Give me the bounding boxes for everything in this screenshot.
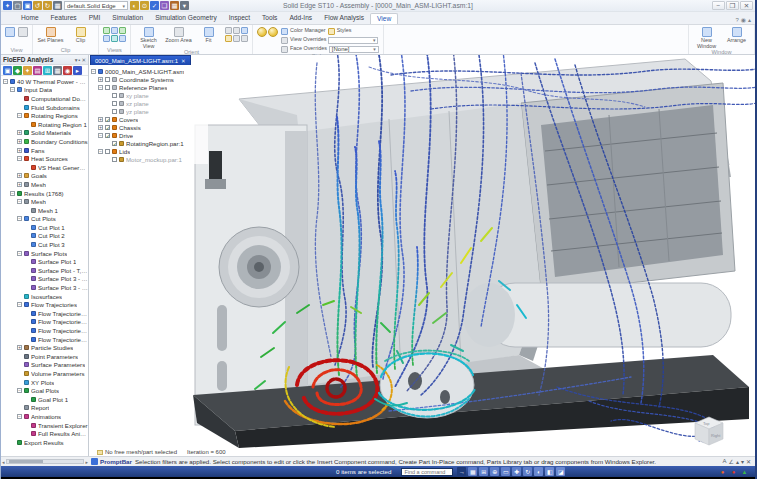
new-window-button[interactable]: New Window <box>693 27 720 49</box>
styles-label[interactable]: Styles <box>337 28 352 34</box>
update-tray-icon[interactable]: ● <box>729 467 738 476</box>
pathfinder-item[interactable]: ✓RotatingRegion.par:1 <box>91 139 207 147</box>
collapse-icon[interactable]: − <box>10 191 15 196</box>
tree-item[interactable]: +Mesh <box>3 180 88 189</box>
tree-item[interactable]: Surface Parameters <box>3 361 88 370</box>
scroll-down-icon[interactable]: ▾ <box>741 458 744 465</box>
select-filter-icon[interactable]: ▦ <box>468 467 477 476</box>
shaded-view-icon[interactable]: ◐ <box>534 467 543 476</box>
tree-item[interactable]: −Input Data <box>3 86 88 95</box>
tree-item[interactable]: Flow Trajectories 1 <box>3 309 88 318</box>
expand-icon[interactable]: + <box>17 182 22 187</box>
new-document-icon[interactable]: ▢ <box>13 1 22 10</box>
iso-view-icon[interactable] <box>119 27 126 34</box>
collapse-icon[interactable]: − <box>3 79 8 84</box>
collapse-ribbon-icon[interactable]: ▴ <box>748 16 751 23</box>
pathfinder-item[interactable]: xz plane <box>91 99 207 107</box>
flow-toolbar-icon-3[interactable]: ✦ <box>23 66 32 75</box>
front-view-icon[interactable] <box>111 27 118 34</box>
check-icon[interactable]: ✓ <box>150 1 159 10</box>
view-overrides-dropdown[interactable]: ▾ <box>328 37 378 44</box>
tree-item[interactable]: −Animations <box>3 412 88 421</box>
tree-item[interactable]: −Mesh <box>3 197 88 206</box>
pathfinder-item[interactable]: Motor_mockup.par:1 <box>91 155 207 163</box>
checkbox[interactable] <box>112 101 117 106</box>
checkbox[interactable]: ✓ <box>112 141 117 146</box>
checkbox[interactable]: ✓ <box>105 133 110 138</box>
undo-icon[interactable]: ↺ <box>33 1 42 10</box>
checkbox[interactable] <box>112 93 117 98</box>
tree-item[interactable]: Flow Trajectories 2 <box>3 318 88 327</box>
save-icon[interactable]: ▣ <box>23 1 32 10</box>
tree-item[interactable]: Export Results <box>3 438 88 447</box>
pathfinder-item[interactable]: −0000_Main_ASM-LIGHT.asm <box>91 67 207 75</box>
expand-icon[interactable]: + <box>17 148 22 153</box>
top-view-icon[interactable] <box>103 35 110 42</box>
tree-item[interactable]: Mesh 1 <box>3 206 88 215</box>
panel-close-icon[interactable]: ✕ <box>81 57 86 63</box>
flow-toolbar-icon-2[interactable]: ◆ <box>13 66 22 75</box>
expand-icon[interactable]: + <box>98 77 103 82</box>
named-view-icon[interactable] <box>119 35 126 42</box>
tree-item[interactable]: Report <box>3 404 88 413</box>
display-icon[interactable] <box>18 27 28 37</box>
grid-icon[interactable]: ▦ <box>170 1 179 10</box>
shaded-edges-style-icon[interactable] <box>268 27 278 37</box>
fit-view-icon[interactable]: ▭ <box>501 467 510 476</box>
tree-item[interactable]: +Goals <box>3 172 88 181</box>
color-manager-label[interactable]: Color Manager <box>290 28 326 34</box>
tree-item[interactable]: Cut Plot 3 <box>3 240 88 249</box>
tree-item[interactable]: XY Plots <box>3 378 88 387</box>
tree-item[interactable]: −Rotating Regions <box>3 111 88 120</box>
network-tray-icon[interactable]: ▲ <box>740 467 749 476</box>
panel-menu-icon[interactable]: ▾ <box>75 57 78 63</box>
tree-item[interactable]: Cut Plot 2 <box>3 232 88 241</box>
tree-item[interactable]: VS Heat Generation Rate 1 <box>3 163 88 172</box>
rotate-icon[interactable]: ↻ <box>523 467 532 476</box>
collapse-icon[interactable]: − <box>17 414 22 419</box>
pathfinder-item[interactable]: +✓Chassis <box>91 123 207 131</box>
layers-icon[interactable]: ❏ <box>160 1 169 10</box>
expand-icon[interactable]: + <box>98 125 103 130</box>
expand-icon[interactable]: + <box>17 173 22 178</box>
tree-item[interactable]: −Heat Sources <box>3 154 88 163</box>
tab-features[interactable]: Features <box>45 13 83 24</box>
tree-item[interactable]: +Boundary Conditions <box>3 137 88 146</box>
collapse-icon[interactable]: − <box>17 216 22 221</box>
view-cube[interactable]: Top Right <box>695 417 723 445</box>
run-command-icon[interactable]: → <box>457 467 466 476</box>
theme-icon[interactable]: ◐ <box>130 1 139 10</box>
flow-toolbar-icon-6[interactable]: ▦ <box>53 66 62 75</box>
tree-item[interactable]: Cut Plot 1 <box>3 223 88 232</box>
flow-toolbar-icon-5[interactable]: ⊞ <box>43 66 52 75</box>
set-planes-button[interactable]: Set Planes <box>37 27 64 44</box>
collapse-icon[interactable]: − <box>98 85 103 90</box>
collapse-icon[interactable]: − <box>98 149 103 154</box>
tab-home[interactable]: Home <box>15 13 45 24</box>
command-finder-input[interactable] <box>401 468 453 476</box>
checkbox[interactable]: ✓ <box>105 125 110 130</box>
collapse-icon[interactable]: − <box>91 69 96 74</box>
right-view-icon[interactable] <box>111 35 118 42</box>
close-button[interactable]: ✕ <box>740 1 753 10</box>
tab-tools[interactable]: Tools <box>256 13 283 24</box>
zoom-area-icon[interactable]: ⊞ <box>479 467 488 476</box>
pathfinder-item[interactable]: yz plane <box>91 107 207 115</box>
tree-item[interactable]: −Goal Plots <box>3 386 88 395</box>
close-icon[interactable]: ✕ <box>181 58 186 64</box>
pathfinder-item[interactable]: +Coordinate Systems <box>91 75 207 83</box>
flow-toolbar-icon-1[interactable]: ▣ <box>3 66 12 75</box>
zoom-icon[interactable]: ⊕ <box>490 467 499 476</box>
previous-view-icon[interactable] <box>233 35 240 42</box>
tab-inspect[interactable]: Inspect <box>223 13 256 24</box>
pathfinder-item[interactable]: +✓Covers <box>91 115 207 123</box>
collapse-icon[interactable]: − <box>10 87 15 92</box>
tab-simulation[interactable]: Simulation <box>106 13 149 24</box>
tree-item[interactable]: Fluid Subdomains <box>3 103 88 112</box>
common-views-icon[interactable] <box>225 35 232 42</box>
tree-item[interactable]: Rotating Region 1 <box>3 120 88 129</box>
tree-item[interactable]: Transient Explorer <box>3 421 88 430</box>
pathfinder-item[interactable]: −Lids <box>91 147 207 155</box>
expand-icon[interactable]: + <box>17 345 22 350</box>
zoom-area-button[interactable]: Zoom Area <box>165 27 192 44</box>
